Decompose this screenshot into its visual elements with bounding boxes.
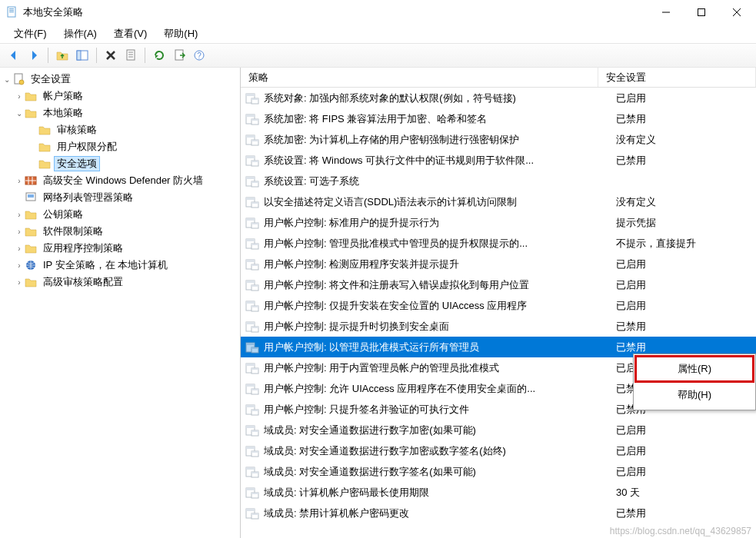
setting-cell: 没有定义 bbox=[610, 133, 756, 147]
tree-item[interactable]: ›高级审核策略配置 bbox=[0, 274, 240, 291]
folder-icon bbox=[25, 259, 37, 271]
policy-icon bbox=[245, 341, 259, 354]
svg-rect-9 bbox=[77, 51, 81, 60]
svg-rect-59 bbox=[251, 244, 258, 245]
policy-row[interactable]: 域成员: 对安全通道数据进行数字签名(如果可能)已启用 bbox=[241, 461, 756, 482]
policy-row[interactable]: 用户帐户控制: 仅提升安装在安全位置的 UIAccess 应用程序已启用 bbox=[241, 295, 756, 316]
svg-rect-97 bbox=[246, 447, 255, 449]
policy-list[interactable]: 系统对象: 加强内部系统对象的默认权限(例如，符号链接)已启用系统加密: 将 F… bbox=[241, 88, 756, 538]
tree-pane[interactable]: ⌄ 安全设置 ›帐户策略⌄本地策略审核策略用户权限分配安全选项›高级安全 Win… bbox=[0, 68, 241, 538]
chevron-right-icon[interactable]: › bbox=[14, 92, 25, 101]
svg-rect-1 bbox=[9, 8, 14, 9]
policy-text: 域成员: 对安全通道数据进行数字加密(如果可能) bbox=[264, 423, 476, 437]
chevron-right-icon[interactable]: › bbox=[14, 227, 25, 236]
delete-button[interactable] bbox=[102, 46, 120, 65]
tree-item[interactable]: ›公钥策略 bbox=[0, 206, 240, 223]
policy-row[interactable]: 系统设置: 可选子系统 bbox=[241, 171, 756, 191]
context-menu: 属性(R) 帮助(H) bbox=[633, 354, 756, 410]
policy-row[interactable]: 用户帐户控制: 将文件和注册表写入错误虚拟化到每用户位置已启用 bbox=[241, 274, 756, 295]
minimize-button[interactable] bbox=[648, 0, 684, 25]
column-header-policy[interactable]: 策略 bbox=[241, 68, 598, 87]
folder-icon bbox=[25, 174, 37, 187]
setting-cell: 已禁用 bbox=[610, 506, 756, 520]
context-help[interactable]: 帮助(H) bbox=[635, 382, 754, 408]
setting-cell: 30 天 bbox=[610, 486, 756, 500]
menu-file[interactable]: 文件(F) bbox=[6, 25, 55, 42]
chevron-right-icon[interactable]: › bbox=[14, 261, 25, 270]
policy-cell: 以安全描述符定义语言(SDDL)语法表示的计算机访问限制 bbox=[241, 195, 610, 209]
properties-button[interactable] bbox=[122, 46, 140, 65]
policy-cell: 域成员: 禁用计算机帐户密码更改 bbox=[241, 506, 610, 520]
policy-icon bbox=[245, 258, 259, 271]
policy-row[interactable]: 域成员: 对安全通道数据进行数字加密(如果可能)已启用 bbox=[241, 420, 756, 440]
chevron-down-icon[interactable]: ⌄ bbox=[14, 109, 25, 118]
policy-row[interactable]: 系统加密: 将 FIPS 兼容算法用于加密、哈希和签名已禁用 bbox=[241, 108, 756, 129]
chevron-right-icon[interactable]: › bbox=[14, 177, 25, 185]
forward-button[interactable] bbox=[25, 46, 43, 65]
tree-node-label: 高级安全 Windows Defender 防火墙 bbox=[40, 174, 206, 188]
svg-rect-41 bbox=[246, 156, 255, 158]
menu-view[interactable]: 查看(V) bbox=[106, 25, 155, 42]
svg-rect-55 bbox=[251, 223, 258, 224]
svg-rect-39 bbox=[251, 140, 258, 141]
policy-row[interactable]: 用户帐户控制: 标准用户的提升提示行为提示凭据 bbox=[241, 212, 756, 233]
chevron-right-icon[interactable]: › bbox=[14, 211, 25, 219]
menu-help[interactable]: 帮助(H) bbox=[156, 25, 205, 42]
setting-cell: 已启用 bbox=[610, 444, 756, 458]
setting-cell: 已启用 bbox=[610, 423, 756, 437]
tree-node-label: 公钥策略 bbox=[40, 208, 86, 221]
tree-item[interactable]: 安全选项 bbox=[0, 155, 240, 172]
tree-root[interactable]: ⌄ 安全设置 bbox=[0, 71, 240, 88]
chevron-down-icon[interactable]: ⌄ bbox=[2, 75, 12, 84]
tree-item[interactable]: ⌄本地策略 bbox=[0, 105, 240, 121]
menu-action[interactable]: 操作(A) bbox=[56, 25, 105, 42]
toolbar-separator bbox=[48, 48, 48, 63]
svg-rect-83 bbox=[251, 368, 258, 370]
tree-node-label: 用户权限分配 bbox=[54, 140, 120, 154]
policy-row[interactable]: 用户帐户控制: 管理员批准模式中管理员的提升权限提示的...不提示，直接提升 bbox=[241, 233, 756, 254]
policy-cell: 用户帐户控制: 标准用户的提升提示行为 bbox=[241, 216, 610, 230]
policy-row[interactable]: 以安全描述符定义语言(SDDL)语法表示的计算机访问限制没有定义 bbox=[241, 191, 756, 212]
policy-row[interactable]: 用户帐户控制: 检测应用程序安装并提示提升已启用 bbox=[241, 254, 756, 274]
policy-icon bbox=[245, 237, 259, 250]
policy-row[interactable]: 系统设置: 将 Windows 可执行文件中的证书规则用于软件限...已禁用 bbox=[241, 150, 756, 171]
up-button[interactable] bbox=[53, 46, 72, 65]
tree-node-label: 网络列表管理器策略 bbox=[40, 191, 136, 204]
column-header-setting[interactable]: 安全设置 bbox=[598, 68, 756, 87]
tree-item[interactable]: ›软件限制策略 bbox=[0, 223, 240, 240]
policy-icon bbox=[245, 507, 259, 520]
help-toolbar-button[interactable]: ? bbox=[190, 46, 208, 65]
policy-row[interactable]: 域成员: 禁用计算机帐户密码更改已禁用 bbox=[241, 503, 756, 523]
tree-item[interactable]: ›IP 安全策略，在 本地计算机 bbox=[0, 257, 240, 274]
svg-rect-89 bbox=[246, 405, 255, 407]
policy-cell: 系统设置: 可选子系统 bbox=[241, 174, 610, 188]
context-properties[interactable]: 属性(R) bbox=[635, 356, 754, 382]
tree-item[interactable]: 网络列表管理器策略 bbox=[0, 189, 240, 206]
tree-node-label: 帐户策略 bbox=[40, 89, 86, 103]
close-button[interactable] bbox=[719, 0, 754, 25]
policy-row[interactable]: 域成员: 对安全通道数据进行数字加密或数字签名(始终)已启用 bbox=[241, 440, 756, 461]
chevron-right-icon[interactable]: › bbox=[14, 278, 25, 287]
policy-row[interactable]: 域成员: 计算机帐户密码最长使用期限30 天 bbox=[241, 482, 756, 503]
svg-rect-65 bbox=[246, 281, 255, 283]
tree-node-label: 高级审核策略配置 bbox=[40, 275, 126, 289]
svg-rect-53 bbox=[246, 218, 255, 221]
tree-item[interactable]: ›应用程序控制策略 bbox=[0, 240, 240, 257]
maximize-button[interactable] bbox=[684, 0, 719, 25]
back-button[interactable] bbox=[5, 46, 23, 65]
tree-item[interactable]: ›高级安全 Windows Defender 防火墙 bbox=[0, 172, 240, 189]
tree-item[interactable]: 审核策略 bbox=[0, 121, 240, 138]
tree-item[interactable]: 用户权限分配 bbox=[0, 138, 240, 155]
show-hide-tree-button[interactable] bbox=[73, 46, 92, 65]
tree-item[interactable]: ›帐户策略 bbox=[0, 88, 240, 105]
svg-rect-75 bbox=[251, 327, 258, 328]
policy-text: 用户帐户控制: 将文件和注册表写入错误虚拟化到每用户位置 bbox=[264, 278, 529, 292]
export-button[interactable] bbox=[170, 46, 188, 65]
policy-icon bbox=[245, 113, 259, 125]
policy-row[interactable]: 系统加密: 为计算机上存储的用户密钥强制进行强密钥保护没有定义 bbox=[241, 129, 756, 150]
svg-rect-107 bbox=[251, 493, 258, 494]
refresh-button[interactable] bbox=[150, 46, 168, 65]
policy-row[interactable]: 系统对象: 加强内部系统对象的默认权限(例如，符号链接)已启用 bbox=[241, 88, 756, 108]
chevron-right-icon[interactable]: › bbox=[14, 244, 25, 253]
policy-row[interactable]: 用户帐户控制: 提示提升时切换到安全桌面已禁用 bbox=[241, 316, 756, 337]
